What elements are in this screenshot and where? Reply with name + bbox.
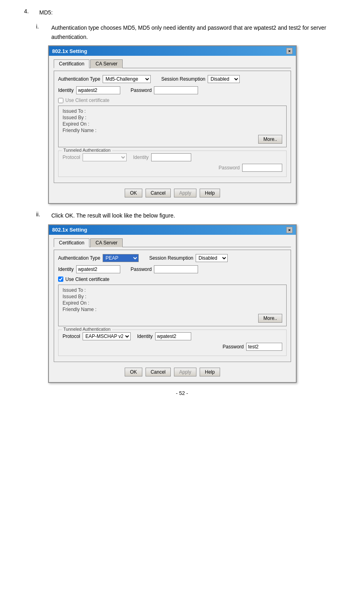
sub-item-ii: ii. Click OK. The result will look like … (36, 211, 340, 220)
dialog2-cancel-button[interactable]: Cancel (146, 368, 171, 376)
dialog2: 802.1x Setting × Certification CA Server… (48, 224, 297, 383)
dialog2-tunnel-password-label: Password (222, 344, 244, 350)
sub-ii-text: Click OK. The result will look like the … (51, 211, 340, 220)
dialog1-tunneled-section: Tunneled Authentication Protocol Identit… (58, 151, 287, 177)
dialog2-tunneled-section: Tunneled Authentication Protocol EAP-MSC… (58, 330, 287, 356)
dialog2-tunnel-password-row: Password (63, 343, 282, 351)
list-label: MD5: (39, 8, 53, 17)
dialog2-form-area: Authentication Type PEAP Session Resumpt… (54, 250, 291, 362)
dialog1-tunnel-protocol-row: Protocol Identity (63, 153, 282, 161)
dialog2-expired-on: Expired On : (63, 300, 282, 306)
dialog2-session-res-label: Session Resumption (149, 255, 193, 261)
dialog1-password-label: Password (131, 87, 152, 93)
dialog1-body: Certification CA Server Authentication T… (49, 56, 296, 203)
dialog1-auth-type-select[interactable]: Md5-Challenge (103, 75, 151, 83)
sub-i-text: Authentication type chooses MD5, MD5 onl… (51, 23, 340, 41)
dialog1-titlebar: 802.1x Setting × (49, 46, 296, 56)
page-number: - 52 - (24, 390, 340, 396)
list-item-4: 4. MD5: (24, 8, 340, 21)
dialog2-friendly-name: Friendly Name : (63, 307, 282, 312)
dialog2-session-res-select[interactable]: Disabled (196, 254, 228, 262)
dialog1-ok-button[interactable]: OK (125, 189, 142, 197)
dialog1-close-button[interactable]: × (286, 48, 293, 54)
dialog2-body: Certification CA Server Authentication T… (49, 235, 296, 382)
dialog2-help-button[interactable]: Help (200, 368, 220, 376)
tab2-certification[interactable]: Certification (54, 238, 89, 247)
dialog2-more-btn-row: More.. (63, 314, 282, 323)
dialog2-use-cert-checkbox[interactable] (58, 277, 63, 282)
dialog2-auth-type-select[interactable]: PEAP (103, 254, 139, 262)
dialog2-cert-section: Issued To : Issued By : Expired On : Fri… (58, 285, 287, 326)
dialog1-cert-checkbox-row: Use Client certificate (58, 98, 287, 103)
dialog1-tunnel-identity-label: Identity (133, 155, 149, 160)
dialog1-title: 802.1x Setting (52, 48, 87, 54)
dialog1-identity-row: Identity Password (58, 86, 287, 94)
dialog1-bottom-buttons: OK Cancel Apply Help (54, 186, 291, 199)
dialog2-tunneled-legend: Tunneled Authentication (62, 327, 112, 332)
tab1-ca-server[interactable]: CA Server (90, 59, 123, 68)
dialog1-issued-to: Issued To : (63, 108, 282, 114)
dialog2-title: 802.1x Setting (52, 227, 87, 233)
dialog1-tunnel-password-row: Password (63, 164, 282, 172)
dialog1-session-res-label: Session Resumption (161, 76, 205, 82)
dialog1-form-area: Authentication Type Md5-Challenge Sessio… (54, 71, 291, 183)
dialog2-auth-type-label: Authentication Type (58, 255, 100, 261)
dialog1: 802.1x Setting × Certification CA Server… (48, 45, 297, 204)
dialog1-identity-label: Identity (58, 87, 74, 93)
dialog1-tunnel-protocol-label: Protocol (63, 155, 80, 160)
dialog2-tunnel-password-input[interactable] (246, 343, 282, 351)
dialog2-password-input[interactable] (154, 265, 198, 273)
dialog2-identity-row: Identity Password (58, 265, 287, 273)
dialog1-identity-input[interactable] (76, 86, 120, 94)
dialog1-more-btn-row: More.. (63, 135, 282, 144)
dialog2-tunnel-protocol-label: Protocol (63, 334, 80, 339)
dialog2-tunnel-protocol-row: Protocol EAP-MSCHAP v2 Identity (63, 332, 282, 340)
dialog2-password-label: Password (131, 266, 152, 272)
dialog2-close-button[interactable]: × (286, 227, 293, 233)
dialog1-help-button[interactable]: Help (200, 189, 220, 197)
dialog1-tunnel-password-input[interactable] (242, 164, 282, 172)
dialog2-apply-button[interactable]: Apply (174, 368, 196, 376)
dialog1-apply-button[interactable]: Apply (174, 189, 196, 197)
tab2-ca-server[interactable]: CA Server (90, 238, 123, 247)
dialog1-tunnel-identity-input[interactable] (151, 153, 191, 161)
dialog2-issued-by: Issued By : (63, 294, 282, 299)
dialog2-auth-row: Authentication Type PEAP Session Resumpt… (58, 254, 287, 262)
dialog1-tunnel-password-label: Password (218, 165, 240, 171)
dialog1-cert-section: Issued To : Issued By : Expired On : Fri… (58, 106, 287, 147)
dialog1-friendly-name: Friendly Name : (63, 128, 282, 133)
dialog1-expired-on: Expired On : (63, 121, 282, 127)
dialog1-use-cert-checkbox[interactable] (58, 98, 63, 103)
dialog1-auth-row: Authentication Type Md5-Challenge Sessio… (58, 75, 287, 83)
dialog2-tab-bar: Certification CA Server (54, 238, 291, 247)
dialog1-auth-type-label: Authentication Type (58, 76, 100, 82)
dialog1-tunnel-protocol-select[interactable] (83, 153, 127, 161)
dialog1-password-input[interactable] (154, 86, 198, 94)
dialog2-wrapper: 802.1x Setting × Certification CA Server… (48, 224, 340, 383)
tab1-certification[interactable]: Certification (54, 59, 89, 68)
dialog2-titlebar: 802.1x Setting × (49, 225, 296, 235)
dialog1-more-button[interactable]: More.. (258, 135, 282, 144)
dialog1-use-cert-label: Use Client certificate (65, 98, 109, 103)
dialog2-tunnel-protocol-select[interactable]: EAP-MSCHAP v2 (83, 332, 131, 340)
list-num: 4. (24, 8, 36, 21)
dialog2-bottom-buttons: OK Cancel Apply Help (54, 365, 291, 378)
sub-item-i: i. Authentication type chooses MD5, MD5 … (36, 23, 340, 41)
dialog1-cancel-button[interactable]: Cancel (146, 189, 171, 197)
dialog2-ok-button[interactable]: OK (125, 368, 142, 376)
dialog1-issued-by: Issued By : (63, 115, 282, 120)
dialog1-wrapper: 802.1x Setting × Certification CA Server… (48, 45, 340, 204)
dialog1-tab-bar: Certification CA Server (54, 59, 291, 68)
dialog2-issued-to: Issued To : (63, 287, 282, 293)
dialog2-tunnel-identity-label: Identity (137, 334, 153, 339)
dialog1-tunneled-legend: Tunneled Authentication (62, 148, 112, 153)
dialog2-identity-label: Identity (58, 266, 74, 272)
dialog2-tunnel-identity-input[interactable] (155, 332, 191, 340)
dialog2-use-cert-label: Use Client certificate (65, 277, 109, 282)
sub-i-num: i. (36, 23, 48, 41)
dialog2-more-button[interactable]: More.. (258, 314, 282, 323)
dialog2-identity-input[interactable] (76, 265, 120, 273)
sub-ii-num: ii. (36, 211, 48, 220)
dialog2-cert-checkbox-row: Use Client certificate (58, 277, 287, 282)
dialog1-session-res-select[interactable]: Disabled (208, 75, 240, 83)
